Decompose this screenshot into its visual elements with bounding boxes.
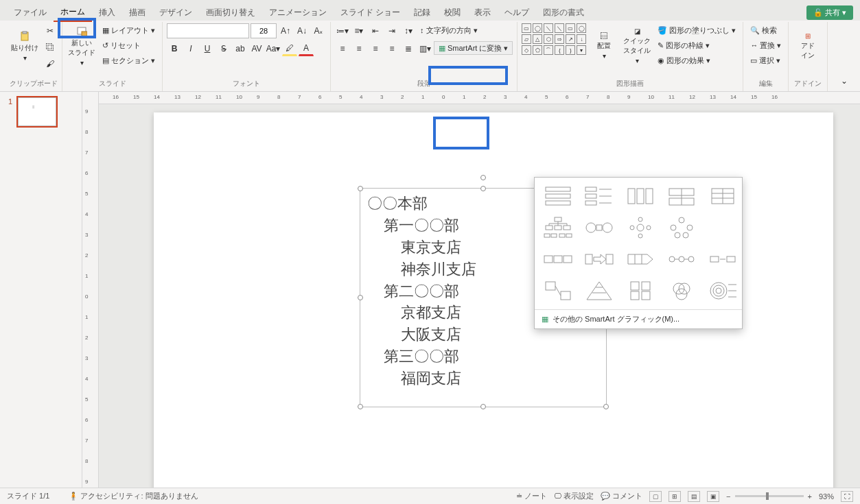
tab-home[interactable]: ホーム	[54, 3, 92, 22]
align-left-button[interactable]: ≡	[335, 41, 350, 56]
comments-button[interactable]: 💬 コメント	[601, 491, 642, 501]
tab-file[interactable]: ファイル	[7, 4, 54, 21]
shrink-font-button[interactable]: A↓	[294, 23, 310, 38]
smartart-convert-button[interactable]: ▦ SmartArt に変換 ▾	[434, 41, 513, 55]
tab-insert[interactable]: 挿入	[92, 4, 122, 21]
view-reading-button[interactable]: ▤	[688, 491, 700, 502]
quick-styles-button[interactable]: ◪クイック スタイル▾	[622, 23, 652, 69]
handle-bl[interactable]	[358, 404, 363, 409]
font-name-input[interactable]	[167, 23, 249, 38]
sa-item-list-vertical[interactable]	[539, 182, 577, 211]
zoom-slider[interactable]	[735, 495, 804, 497]
sa-item-hierarchy-org[interactable]	[539, 213, 577, 242]
section-button[interactable]: ▤セクション▾	[100, 53, 158, 67]
columns-button[interactable]: ▥▾	[417, 41, 432, 56]
find-button[interactable]: 🔍 検索	[747, 23, 784, 37]
sa-item-picture-frame[interactable]	[539, 276, 577, 305]
shape-fill-button[interactable]: 🪣 図形の塗りつぶし▾	[655, 23, 739, 37]
outdent-button[interactable]: ⇤	[368, 23, 383, 38]
handle-tl[interactable]	[358, 186, 363, 191]
cut-button[interactable]: ✂	[43, 23, 58, 38]
shapes-gallery[interactable]: ▭◯＼＼▭◯ ▱△⬡⇨↗↓ ◇⬠⌒{}▾	[522, 23, 586, 55]
font-size-input[interactable]	[251, 23, 277, 38]
view-normal-button[interactable]: ▢	[649, 491, 662, 502]
underline-button[interactable]: U	[200, 41, 215, 56]
sa-item-process-accent[interactable]	[704, 245, 742, 274]
handle-tm[interactable]	[480, 186, 486, 191]
bold-button[interactable]: B	[167, 41, 182, 56]
replace-button[interactable]: ↔ 置換▾	[747, 38, 784, 52]
shape-effects-button[interactable]: ◉ 図形の効果▾	[655, 53, 739, 67]
tab-draw[interactable]: 描画	[122, 4, 152, 21]
tab-shape-format[interactable]: 図形の書式	[536, 4, 591, 21]
sa-item-process-step[interactable]	[662, 245, 701, 274]
zoom-level[interactable]: 93%	[819, 492, 834, 501]
align-center-button[interactable]: ≡	[351, 41, 367, 56]
spacing-button[interactable]: AV	[249, 41, 264, 56]
sa-item-process-chevron[interactable]	[539, 245, 577, 274]
handle-br[interactable]	[603, 404, 609, 409]
reset-button[interactable]: ↺リセット	[100, 38, 158, 52]
layout-button[interactable]: ▦レイアウト▾	[100, 23, 158, 37]
sa-item-matrix[interactable]	[621, 276, 660, 305]
sa-item-target[interactable]	[704, 276, 742, 305]
align-right-button[interactable]: ≡	[368, 41, 383, 56]
tab-view[interactable]: 表示	[467, 4, 498, 21]
case-button[interactable]: Aa▾	[266, 41, 281, 56]
tab-review[interactable]: 校閲	[437, 4, 467, 21]
sa-item-cycle-basic[interactable]	[662, 213, 701, 242]
new-slide-button[interactable]: 新しい スライド▾	[67, 23, 97, 69]
view-slideshow-button[interactable]: ▣	[707, 491, 719, 502]
paste-button[interactable]: 貼り付け▾	[10, 23, 40, 69]
bullets-button[interactable]: ≔▾	[335, 23, 350, 38]
sa-item-table[interactable]	[704, 182, 742, 211]
handle-ml[interactable]	[358, 295, 363, 300]
fit-button[interactable]: ⛶	[841, 491, 853, 502]
notes-button[interactable]: ≐ ノート	[516, 491, 547, 501]
canvas[interactable]: 1615141312111098765432101234567891011121…	[99, 92, 860, 488]
distribute-button[interactable]: ≣	[401, 41, 416, 56]
clear-format-button[interactable]: Aₓ	[311, 23, 326, 38]
shape-outline-button[interactable]: ✎ 図形の枠線▾	[655, 38, 739, 52]
addin-button[interactable]: ⊞アド イン	[793, 23, 823, 69]
tab-animations[interactable]: アニメーション	[262, 4, 334, 21]
tab-record[interactable]: 記録	[407, 4, 437, 21]
sa-item-list-block[interactable]	[662, 182, 701, 211]
zoom-in-button[interactable]: +	[808, 492, 812, 501]
ribbon-collapse-button[interactable]: ⌄	[837, 73, 852, 88]
sa-item-pyramid[interactable]	[580, 276, 618, 305]
zoom-out-button[interactable]: −	[726, 492, 730, 501]
shadow-button[interactable]: ab	[233, 41, 248, 56]
smartart-more-button[interactable]: ▦ その他の SmartArt グラフィック(M)...	[535, 309, 742, 328]
slide-thumbnail-1[interactable]: ≡	[18, 97, 56, 126]
indent-button[interactable]: ⇥	[384, 23, 399, 38]
view-sorter-button[interactable]: ⊞	[669, 491, 681, 502]
status-accessibility[interactable]: 🧍 アクセシビリティ: 問題ありません	[69, 491, 198, 501]
sa-item-venn[interactable]	[662, 276, 701, 305]
tab-slideshow[interactable]: スライド ショー	[334, 4, 407, 21]
highlight-button[interactable]: 🖊	[282, 41, 297, 56]
sa-item-process-continuous[interactable]	[621, 245, 660, 274]
sa-item-process-circle[interactable]	[580, 213, 618, 242]
text-direction-button[interactable]: ↕ 文字列の方向▾	[417, 23, 480, 37]
rotate-handle[interactable]	[480, 175, 486, 180]
handle-bm[interactable]	[480, 404, 486, 409]
numbering-button[interactable]: ≡▾	[351, 23, 367, 38]
font-color-button[interactable]: A	[299, 41, 314, 56]
share-button[interactable]: 🔓 共有 ▾	[806, 5, 853, 20]
sa-item-cycle-radial[interactable]	[621, 213, 660, 242]
sa-item-list-bullet[interactable]	[580, 182, 618, 211]
tab-help[interactable]: ヘルプ	[498, 4, 536, 21]
arrange-button[interactable]: ⿳配置▾	[589, 23, 619, 69]
justify-button[interactable]: ≡	[384, 41, 399, 56]
tab-design[interactable]: デザイン	[152, 4, 199, 21]
sa-item-list-tabbed[interactable]	[621, 182, 660, 211]
sa-item-process-arrow[interactable]	[580, 245, 618, 274]
grow-font-button[interactable]: A↑	[278, 23, 293, 38]
italic-button[interactable]: I	[183, 41, 198, 56]
format-painter-button[interactable]: 🖌	[43, 56, 58, 71]
sa-item-blank[interactable]	[704, 213, 742, 242]
linespace-button[interactable]: ↕▾	[401, 23, 416, 38]
copy-button[interactable]: ⿻	[43, 40, 58, 55]
select-button[interactable]: ▭ 選択▾	[747, 53, 784, 67]
